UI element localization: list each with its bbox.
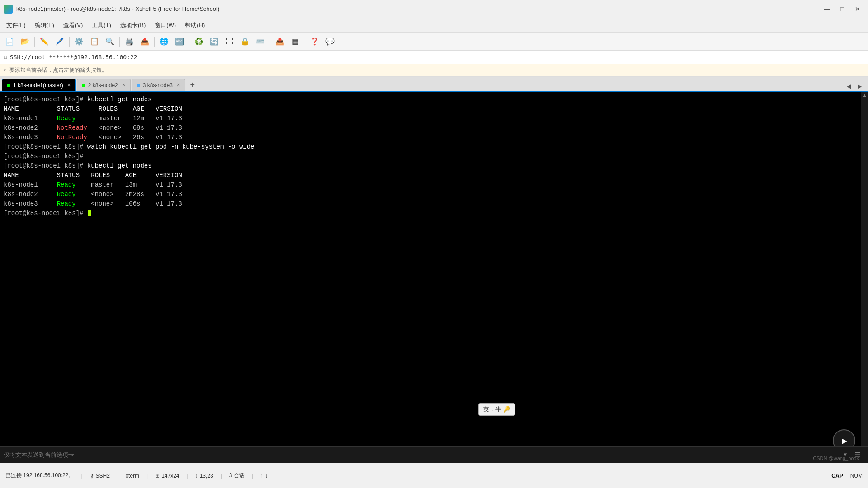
toolbar-sep1 bbox=[34, 37, 35, 47]
scrollbar-track[interactable]: ▲ ▼ bbox=[861, 92, 868, 463]
input-bar: ▼ ☰ bbox=[0, 446, 868, 463]
tab-label-1: 1 k8s-node1(master) bbox=[13, 82, 63, 89]
menu-window[interactable]: 窗口(W) bbox=[150, 19, 180, 31]
terminal-size: ⊞ 147x24 bbox=[155, 473, 179, 479]
toolbar-cycle[interactable]: 🔄 bbox=[208, 35, 221, 48]
term-line-9: NAME STATUS ROLES AGE VERSION bbox=[4, 171, 857, 180]
tab-k8s-node1[interactable]: 1 k8s-node1(master) ✕ bbox=[2, 79, 76, 91]
toolbar-sep2 bbox=[69, 37, 70, 47]
menu-file[interactable]: 文件(F) bbox=[2, 19, 30, 31]
sessions-count: 3 会话 bbox=[229, 472, 245, 479]
status-sep3: | bbox=[146, 473, 148, 479]
toolbar-lock[interactable]: 🔒 bbox=[238, 35, 252, 48]
ssh-icon-small: ⚷ bbox=[90, 473, 94, 479]
toolbar-layout[interactable]: ▦ bbox=[288, 35, 302, 48]
tab-prev-button[interactable]: ◀ bbox=[844, 81, 854, 91]
ssh-label: SSH2 bbox=[96, 473, 110, 479]
minimize-button[interactable]: — bbox=[820, 3, 834, 15]
toolbar-find[interactable]: 🔍 bbox=[103, 35, 117, 48]
toolbar-log[interactable]: 📥 bbox=[138, 35, 151, 48]
tab-close-2[interactable]: ✕ bbox=[122, 82, 126, 88]
close-button[interactable]: ✕ bbox=[851, 3, 864, 15]
menu-tools[interactable]: 工具(T) bbox=[87, 19, 116, 31]
terminal-cursor bbox=[88, 210, 91, 216]
term-line-8: [root@k8s-node1 k8s]# kubectl get nodes bbox=[4, 161, 857, 171]
toolbar-chat[interactable]: 💬 bbox=[323, 35, 337, 48]
menu-edit[interactable]: 编辑(E) bbox=[30, 19, 59, 31]
toolbar-refresh[interactable]: ♻️ bbox=[192, 35, 206, 48]
pos-icon: ↕ bbox=[195, 473, 198, 479]
statusbar: 已连接 192.168.56.100:22。 | ⚷ SSH2 | xterm … bbox=[0, 463, 868, 488]
connection-status: 已连接 192.168.56.100:22。 bbox=[5, 472, 74, 479]
terminal-type: xterm bbox=[126, 473, 139, 479]
tabbar: 1 k8s-node1(master) ✕ 2 k8s-node2 ✕ 3 k8… bbox=[0, 77, 868, 92]
status-right-area: CAP NUM bbox=[831, 473, 863, 479]
toolbar-open[interactable]: 📂 bbox=[18, 35, 32, 48]
tab-next-button[interactable]: ▶ bbox=[854, 81, 864, 91]
window-controls: — □ ✕ bbox=[820, 3, 864, 15]
watermark-text: CSDN @wang_book bbox=[813, 455, 859, 461]
toolbar-sep3 bbox=[119, 37, 120, 47]
addressbar: ⌂ SSH://root:*******@192.168.56.100:22 bbox=[0, 51, 868, 64]
menubar: 文件(F) 编辑(E) 查看(V) 工具(T) 选项卡(B) 窗口(W) 帮助(… bbox=[0, 18, 868, 33]
toolbar-print[interactable]: 🖨️ bbox=[123, 35, 136, 48]
menu-tabs[interactable]: 选项卡(B) bbox=[116, 19, 150, 31]
toolbar-font[interactable]: 🔤 bbox=[173, 35, 186, 48]
toolbar-sep6 bbox=[270, 37, 270, 47]
menu-view[interactable]: 查看(V) bbox=[59, 19, 87, 31]
term-line-2: NAME STATUS ROLES AGE VERSION bbox=[4, 104, 857, 114]
tab-close-3[interactable]: ✕ bbox=[176, 82, 180, 88]
tab-k8s-node2[interactable]: 2 k8s-node2 ✕ bbox=[77, 79, 131, 91]
toolbar-new[interactable]: 📄 bbox=[3, 35, 16, 48]
address-value[interactable]: SSH://root:*******@192.168.56.100:22 bbox=[10, 54, 864, 61]
arrow-icon: ➤ bbox=[4, 67, 7, 74]
terminal-output[interactable]: [root@k8s-node1 k8s]# kubectl get nodes … bbox=[0, 92, 861, 221]
term-line-11: k8s-node2 Ready <none> 2m28s v1.17.3 bbox=[4, 190, 857, 199]
size-icon: ⊞ bbox=[155, 473, 160, 479]
toolbar-fullscreen[interactable]: ⛶ bbox=[223, 35, 236, 48]
pos-value: 13,23 bbox=[200, 473, 213, 479]
play-icon: ▶ bbox=[842, 435, 847, 446]
download-icon: ↓ bbox=[265, 473, 268, 479]
term-line-6: [root@k8s-node1 k8s]# watch kubectl get … bbox=[4, 142, 857, 152]
term-line-5: k8s-node3 NotReady <none> 26s v1.17.3 bbox=[4, 133, 857, 142]
tab-dot-2 bbox=[82, 84, 85, 87]
titlebar: k8s-node1(master) - root@k8s-node1:~/k8s… bbox=[0, 0, 868, 18]
send-input[interactable] bbox=[4, 451, 840, 458]
menu-help[interactable]: 帮助(H) bbox=[180, 19, 209, 31]
toolbar-key[interactable]: ⌨️ bbox=[254, 35, 267, 48]
terminal-area[interactable]: [root@k8s-node1 k8s]# kubectl get nodes … bbox=[0, 92, 861, 446]
upload-download: ↑ ↓ bbox=[260, 473, 268, 479]
maximize-button[interactable]: □ bbox=[835, 3, 849, 15]
toolbar-sep4 bbox=[154, 37, 155, 47]
toolbar-settings[interactable]: ⚙️ bbox=[72, 35, 86, 48]
tab-k8s-node3[interactable]: 3 k8s-node3 ✕ bbox=[132, 79, 185, 91]
toolbar-edit2[interactable]: 🖊️ bbox=[53, 35, 66, 48]
toolbar-copy[interactable]: 📋 bbox=[88, 35, 101, 48]
ime-popup: 英 ÷ 半 🔑 bbox=[478, 403, 515, 416]
tab-dot-3 bbox=[137, 84, 140, 87]
size-value: 147x24 bbox=[161, 473, 179, 479]
tab-add-button[interactable]: + bbox=[186, 79, 199, 91]
toolbar-send[interactable]: 📤 bbox=[273, 35, 287, 48]
toolbar-globe[interactable]: 🌐 bbox=[157, 35, 171, 48]
tab-label-2: 2 k8s-node2 bbox=[88, 82, 118, 89]
status-sep5: | bbox=[221, 473, 222, 479]
infobar: ➤ 要添加当前会话，点击左侧的箭头按钮。 bbox=[0, 64, 868, 77]
term-line-10: k8s-node1 Ready master 13m v1.17.3 bbox=[4, 180, 857, 190]
scroll-up-arrow[interactable]: ▲ bbox=[861, 92, 868, 99]
toolbar-edit[interactable]: ✏️ bbox=[38, 35, 51, 48]
tab-close-1[interactable]: ✕ bbox=[67, 82, 71, 88]
toolbar-sep5 bbox=[189, 37, 189, 47]
toolbar-help[interactable]: ❓ bbox=[308, 35, 321, 48]
status-sep6: | bbox=[252, 473, 253, 479]
tab-label-3: 3 k8s-node3 bbox=[143, 82, 173, 89]
num-lock-status: NUM bbox=[850, 473, 863, 479]
ssh-status: ⚷ SSH2 bbox=[90, 473, 110, 479]
ime-text: 英 ÷ 半 🔑 bbox=[483, 406, 510, 413]
app-icon bbox=[4, 5, 13, 14]
toolbar: 📄 📂 ✏️ 🖊️ ⚙️ 📋 🔍 🖨️ 📥 🌐 🔤 ♻️ 🔄 ⛶ 🔒 ⌨️ 📤 … bbox=[0, 33, 868, 51]
tab-dot-1 bbox=[7, 84, 10, 87]
cursor-position: ↕ 13,23 bbox=[195, 473, 213, 479]
term-line-7: [root@k8s-node1 k8s]# bbox=[4, 152, 857, 161]
